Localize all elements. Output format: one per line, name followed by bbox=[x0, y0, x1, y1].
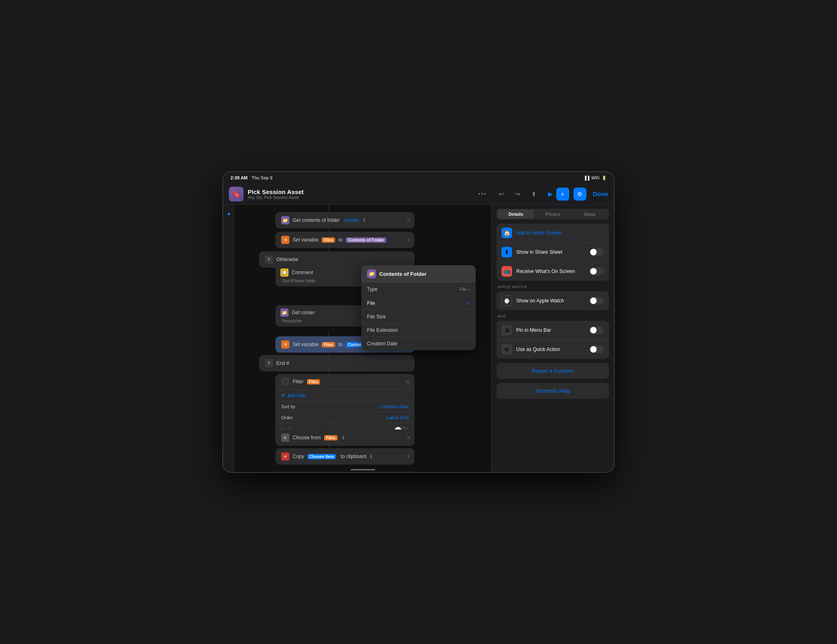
panel-main-section: 🏠 Add to Home Screen ⬆ Show in Share She… bbox=[497, 224, 609, 281]
quick-action-toggle[interactable] bbox=[589, 345, 604, 353]
undo-button[interactable]: ↩ bbox=[496, 188, 507, 200]
panel-report-section: Report a Concern bbox=[497, 363, 609, 379]
done-button[interactable]: Done bbox=[593, 190, 609, 197]
block-comment[interactable]: 💬 Comment Get iPhone folde bbox=[275, 265, 365, 286]
block-close-set-var1[interactable]: ✕ bbox=[406, 237, 411, 243]
conn7 bbox=[329, 443, 329, 448]
dropdown-option-file-size[interactable]: File Size bbox=[361, 310, 476, 323]
block-info-icon: ℹ bbox=[363, 217, 365, 223]
add-filter-icon: ⊕ bbox=[281, 393, 285, 398]
tab-setup[interactable]: Setup bbox=[571, 210, 608, 219]
block-text-choose: Choose from bbox=[293, 435, 321, 441]
apple-watch-toggle[interactable] bbox=[589, 297, 604, 305]
ellipsis-icon: ••• bbox=[479, 191, 487, 197]
block-get-conter[interactable]: 📁 Get conter Recursive bbox=[275, 305, 365, 326]
panel-row-apple-watch[interactable]: ⌚ Show on Apple Watch bbox=[497, 291, 609, 310]
sidebar-left bbox=[223, 205, 235, 473]
mac-section-label: MAC bbox=[497, 314, 609, 318]
var-tag-choose-files: Files bbox=[324, 435, 338, 441]
panel-help-section: Shortcuts Help bbox=[497, 383, 609, 399]
main-content: 📁 Get contents of folder Assets ℹ ✕ ✕ Se… bbox=[223, 205, 614, 473]
block-to2: to bbox=[338, 342, 342, 347]
dropdown-option-creation-date[interactable]: Creation Date bbox=[361, 337, 476, 350]
block-choose[interactable]: ≡ Choose from Files ℹ ✕ bbox=[275, 429, 414, 446]
panel-row-home-screen[interactable]: 🏠 Add to Home Screen bbox=[497, 224, 609, 243]
block-end-if[interactable]: Y End If bbox=[259, 355, 414, 371]
sort-by-row[interactable]: Sort by Creation Date bbox=[275, 401, 414, 412]
var-tag-files1: Files bbox=[322, 237, 335, 243]
var-tag-contents1: Contents of Folder bbox=[346, 237, 386, 243]
block-close-copy[interactable]: ✕ bbox=[406, 453, 411, 460]
comment-subtext: Get iPhone folde bbox=[280, 278, 360, 283]
block-icon-choose: ≡ bbox=[281, 434, 289, 442]
option-file-ext-label: File Extension bbox=[367, 327, 398, 333]
header-center: ••• ↩ ↪ ⬆ ▶ bbox=[479, 188, 556, 200]
app-subtitle: Hey Siri, Pick Session Asset bbox=[248, 195, 304, 200]
header-title-group: Pick Session Asset Hey Siri, Pick Sessio… bbox=[248, 188, 304, 200]
share-button[interactable]: ⬆ bbox=[528, 188, 540, 200]
settings-button[interactable]: ⚙ bbox=[573, 188, 586, 201]
quick-action-icon: ⚙ bbox=[501, 344, 512, 355]
dropdown-type-label: Type bbox=[367, 286, 378, 292]
dropdown-type-value: File › bbox=[460, 287, 470, 292]
show-share-sheet-label: Show in Share Sheet bbox=[516, 249, 585, 255]
scroll-indicator bbox=[351, 469, 375, 470]
app-title: Pick Session Asset bbox=[248, 188, 304, 195]
dropdown-option-file[interactable]: File ✓ bbox=[361, 296, 476, 310]
status-bar: 2:38 AM Thu Sep 9 ▐▐ WiFi 🔋 bbox=[223, 172, 614, 183]
panel-apple-watch-section: APPLE WATCH ⌚ Show on Apple Watch bbox=[497, 285, 609, 310]
type-value: File bbox=[460, 287, 467, 292]
block-set-var1[interactable]: ✕ Set variable Files to Contents of Fold… bbox=[275, 232, 414, 248]
chevron-right-icon: › bbox=[468, 287, 470, 292]
block-text-copy: Copy bbox=[293, 454, 304, 459]
block-filter[interactable]: ≡ Filter Files ✕ ⊕ Add Filter Sort by Cr… bbox=[275, 374, 414, 437]
apple-watch-card: ⌚ Show on Apple Watch bbox=[497, 291, 609, 310]
status-date: Thu Sep 9 bbox=[252, 175, 273, 180]
dropdown-type-row[interactable]: Type File › bbox=[361, 282, 476, 296]
tab-privacy[interactable]: Privacy bbox=[534, 210, 571, 219]
app-header: 🔖 Pick Session Asset Hey Siri, Pick Sess… bbox=[223, 183, 614, 205]
workflow-canvas[interactable]: 📁 Get contents of folder Assets ℹ ✕ ✕ Se… bbox=[235, 205, 491, 473]
share-sheet-toggle[interactable] bbox=[589, 248, 604, 256]
block-info-copy: ℹ bbox=[370, 454, 372, 459]
block-get-folder[interactable]: 📁 Get contents of folder Assets ℹ ✕ bbox=[275, 212, 414, 228]
block-close-get-folder[interactable]: ✕ bbox=[406, 217, 411, 224]
var-tag-chosen-item: Chosen Item bbox=[307, 454, 336, 459]
add-filter-row[interactable]: ⊕ Add Filter bbox=[275, 390, 414, 401]
filter-close[interactable]: ✕ bbox=[405, 378, 410, 386]
option-creation-date-label: Creation Date bbox=[367, 341, 397, 347]
add-to-home-screen-label: Add to Home Screen bbox=[516, 230, 604, 236]
dropdown-option-file-ext[interactable]: File Extension bbox=[361, 323, 476, 337]
tab-details[interactable]: Details bbox=[497, 210, 534, 219]
panel-row-on-screen[interactable]: 📺 Receive What's On Screen bbox=[497, 262, 609, 281]
conn1 bbox=[329, 225, 329, 232]
right-panel: Details Privacy Setup 🏠 Add to Home Scre… bbox=[491, 205, 614, 473]
block-text-set-var2: Set variable bbox=[293, 342, 318, 347]
block-copy[interactable]: ✕ Copy Chosen Item to clipboard ℹ ✕ bbox=[275, 448, 414, 465]
conn4 bbox=[329, 349, 329, 355]
connector-top bbox=[329, 205, 329, 212]
panel-row-share-sheet[interactable]: ⬆ Show in Share Sheet bbox=[497, 243, 609, 262]
conn3 bbox=[329, 331, 329, 336]
conn5 bbox=[329, 368, 329, 374]
panel-row-menu-bar[interactable]: 🖥 Pin in Menu Bar bbox=[497, 321, 609, 340]
block-close-choose[interactable]: ✕ bbox=[406, 434, 411, 441]
panel-row-quick-action[interactable]: ⚙ Use as Quick Action bbox=[497, 340, 609, 359]
use-as-quick-action-label: Use as Quick Action bbox=[516, 347, 585, 352]
run-button[interactable]: ▶ bbox=[545, 188, 556, 200]
shortcuts-help-button[interactable]: Shortcuts Help bbox=[497, 383, 609, 399]
dropdown-header-icon: 📁 bbox=[367, 269, 376, 278]
add-step-button[interactable]: + bbox=[556, 188, 569, 201]
panel-mac-section: MAC 🖥 Pin in Menu Bar ⚙ Use as Quick Act… bbox=[497, 314, 609, 359]
order-row[interactable]: Order Latest First bbox=[275, 412, 414, 423]
on-screen-toggle[interactable] bbox=[589, 267, 604, 275]
block-extra-get-folder[interactable]: Assets bbox=[345, 217, 359, 223]
menu-bar-toggle[interactable] bbox=[589, 326, 604, 334]
panel-main-card: 🏠 Add to Home Screen ⬆ Show in Share She… bbox=[497, 224, 609, 281]
report-concern-button[interactable]: Report a Concern bbox=[497, 363, 609, 379]
redo-button[interactable]: ↪ bbox=[512, 188, 524, 200]
get-conter-subtext: Recursive bbox=[280, 318, 360, 323]
block-icon-comment: 💬 bbox=[280, 268, 289, 277]
ipad-frame: 2:38 AM Thu Sep 9 ▐▐ WiFi 🔋 🔖 Pick Sessi… bbox=[222, 171, 615, 473]
battery-icon: 🔋 bbox=[602, 176, 606, 180]
